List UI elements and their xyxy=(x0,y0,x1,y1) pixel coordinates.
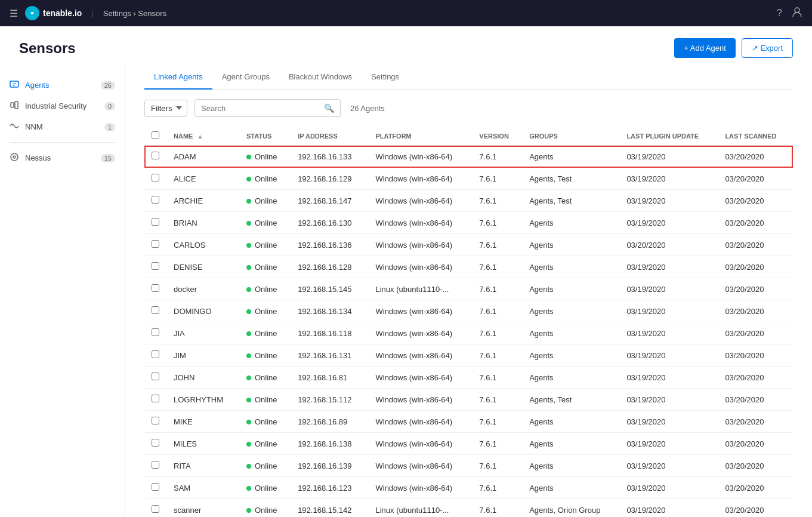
row-checkbox[interactable] xyxy=(152,461,159,469)
sidebar-item-nnm[interactable]: NNM 1 xyxy=(0,116,125,137)
row-status: Online xyxy=(239,499,291,518)
row-status: Online xyxy=(239,300,291,322)
row-version: 7.6.1 xyxy=(472,367,522,389)
table-row[interactable]: ADAM Online 192.168.16.133 Windows (win-… xyxy=(144,146,793,168)
header-last-scanned[interactable]: LAST SCANNED xyxy=(718,127,793,146)
table-row[interactable]: JIM Online 192.168.16.131 Windows (win-x… xyxy=(144,344,793,367)
header-version[interactable]: VERSION xyxy=(472,127,522,146)
table-row[interactable]: BRIAN Online 192.168.16.130 Windows (win… xyxy=(144,212,793,234)
row-checkbox-cell xyxy=(144,455,166,477)
row-platform: Windows (win-x86-64) xyxy=(368,367,472,389)
breadcrumb: Settings › Sensors xyxy=(103,9,166,18)
row-checkbox[interactable] xyxy=(152,417,159,424)
svg-point-1 xyxy=(795,8,799,13)
table-row[interactable]: MILES Online 192.168.16.138 Windows (win… xyxy=(144,433,793,455)
sidebar-nessus-label: Nessus xyxy=(25,153,95,162)
row-checkbox[interactable] xyxy=(152,395,159,402)
header-status[interactable]: STATUS xyxy=(239,127,291,146)
row-last-plugin: 03/19/2020 xyxy=(619,190,718,212)
sidebar-nnm-badge: 1 xyxy=(104,123,115,131)
row-ip: 192.168.16.138 xyxy=(291,433,368,455)
tab-agent-groups[interactable]: Agent Groups xyxy=(212,65,279,90)
row-checkbox[interactable] xyxy=(152,174,159,181)
agents-table: NAME ▲ STATUS IP ADDRESS PLATFORM VERSIO… xyxy=(144,127,793,517)
row-platform: Windows (win-x86-64) xyxy=(368,168,472,190)
row-ip: 192.168.16.131 xyxy=(291,344,368,367)
row-checkbox[interactable] xyxy=(152,328,159,336)
row-checkbox[interactable] xyxy=(152,262,159,270)
status-dot xyxy=(246,199,251,204)
row-version: 7.6.1 xyxy=(472,146,522,168)
row-ip: 192.168.15.142 xyxy=(291,499,368,518)
row-checkbox[interactable] xyxy=(152,373,159,380)
tab-blackout-windows[interactable]: Blackout Windows xyxy=(279,65,362,90)
tab-settings[interactable]: Settings xyxy=(362,65,409,90)
table-row[interactable]: JOHN Online 192.168.16.81 Windows (win-x… xyxy=(144,367,793,389)
row-platform: Linux (ubuntu1110-... xyxy=(368,278,472,300)
toolbar: Filters 🔍 26 Agents xyxy=(144,99,793,117)
tab-linked-agents[interactable]: Linked Agents xyxy=(144,65,212,90)
sidebar-item-agents[interactable]: Agents 26 xyxy=(0,75,125,96)
row-name: docker xyxy=(166,278,239,300)
status-dot xyxy=(246,177,251,181)
row-groups: Agents xyxy=(522,278,619,300)
add-agent-button[interactable]: + Add Agent xyxy=(674,38,735,58)
table-row[interactable]: DENISE Online 192.168.16.128 Windows (wi… xyxy=(144,256,793,278)
row-checkbox[interactable] xyxy=(152,218,159,226)
row-checkbox[interactable] xyxy=(152,505,159,513)
table-row[interactable]: CARLOS Online 192.168.16.136 Windows (wi… xyxy=(144,234,793,256)
header-platform[interactable]: PLATFORM xyxy=(368,127,472,146)
sidebar-item-industrial-security[interactable]: Industrial Security 0 xyxy=(0,96,125,116)
svg-rect-2 xyxy=(10,81,18,87)
row-ip: 192.168.16.130 xyxy=(291,212,368,234)
user-icon[interactable] xyxy=(792,7,802,20)
row-ip: 192.168.16.89 xyxy=(291,411,368,433)
row-checkbox[interactable] xyxy=(152,439,159,447)
table-row[interactable]: DOMINGO Online 192.168.16.134 Windows (w… xyxy=(144,300,793,322)
row-version: 7.6.1 xyxy=(472,190,522,212)
row-groups: Agents xyxy=(522,344,619,367)
table-row[interactable]: RITA Online 192.168.16.139 Windows (win-… xyxy=(144,455,793,477)
row-checkbox-cell xyxy=(144,389,166,411)
table-row[interactable]: MIKE Online 192.168.16.89 Windows (win-x… xyxy=(144,411,793,433)
row-checkbox[interactable] xyxy=(152,240,159,248)
export-button[interactable]: ↗ Export xyxy=(742,38,793,58)
table-row[interactable]: ALICE Online 192.168.16.129 Windows (win… xyxy=(144,168,793,190)
header-last-plugin-update[interactable]: LAST PLUGIN UPDATE xyxy=(619,127,718,146)
row-ip: 192.168.15.112 xyxy=(291,389,368,411)
row-last-plugin: 03/19/2020 xyxy=(619,455,718,477)
breadcrumb-parent[interactable]: Settings xyxy=(103,9,131,18)
table-row[interactable]: LOGRHYTHM Online 192.168.15.112 Windows … xyxy=(144,389,793,411)
select-all-checkbox[interactable] xyxy=(152,131,159,139)
table-row[interactable]: ARCHIE Online 192.168.16.147 Windows (wi… xyxy=(144,190,793,212)
status-dot xyxy=(246,442,251,447)
filter-select[interactable]: Filters xyxy=(144,100,187,117)
row-checkbox-cell xyxy=(144,367,166,389)
table-row[interactable]: SAM Online 192.168.16.123 Windows (win-x… xyxy=(144,477,793,499)
row-status: Online xyxy=(239,344,291,367)
search-input[interactable] xyxy=(201,104,320,113)
table-row[interactable]: docker Online 192.168.15.145 Linux (ubun… xyxy=(144,278,793,300)
status-dot xyxy=(246,331,251,336)
help-icon[interactable]: ? xyxy=(777,8,782,19)
row-checkbox[interactable] xyxy=(152,152,159,159)
row-platform: Windows (win-x86-64) xyxy=(368,234,472,256)
table-row[interactable]: scanner Online 192.168.15.142 Linux (ubu… xyxy=(144,499,793,518)
status-dot xyxy=(246,353,251,358)
sidebar-item-nessus[interactable]: Nessus 15 xyxy=(0,147,125,168)
row-ip: 192.168.16.118 xyxy=(291,322,368,344)
header-name[interactable]: NAME ▲ xyxy=(166,127,239,146)
menu-icon[interactable]: ☰ xyxy=(10,8,18,19)
row-checkbox-cell xyxy=(144,146,166,168)
row-checkbox[interactable] xyxy=(152,306,159,314)
table-row[interactable]: JIA Online 192.168.16.118 Windows (win-x… xyxy=(144,322,793,344)
row-checkbox[interactable] xyxy=(152,284,159,292)
row-last-plugin: 03/19/2020 xyxy=(619,256,718,278)
tabs-container: Linked Agents Agent Groups Blackout Wind… xyxy=(144,65,793,90)
header-ip-address[interactable]: IP ADDRESS xyxy=(291,127,368,146)
row-checkbox[interactable] xyxy=(152,483,159,491)
status-dot xyxy=(246,287,251,292)
row-checkbox[interactable] xyxy=(152,196,159,204)
row-checkbox[interactable] xyxy=(152,350,159,358)
header-groups[interactable]: GROUPS xyxy=(522,127,619,146)
